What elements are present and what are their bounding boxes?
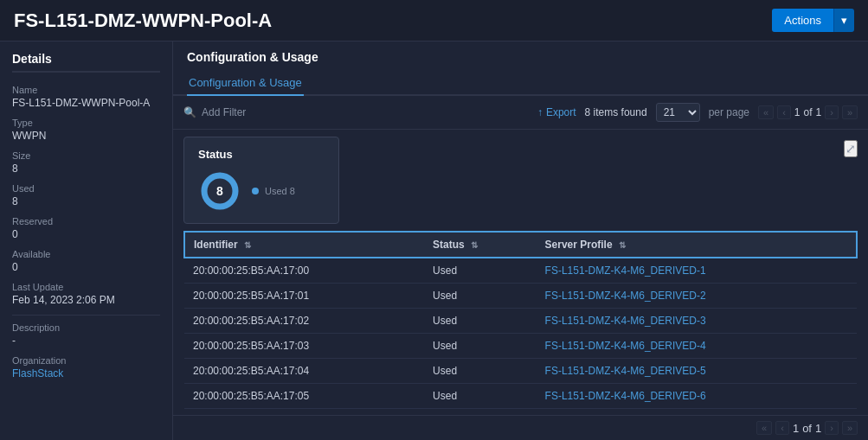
table-header-row: Identifier ⇅ Status ⇅ Server Profile ⇅ xyxy=(184,232,857,258)
pag-bottom-first-btn[interactable]: « xyxy=(756,421,772,435)
detail-value-2: 8 xyxy=(12,163,160,175)
content-title: Configuration & Usage xyxy=(187,50,854,64)
detail-row-5: Available0 xyxy=(12,249,160,273)
status-section: Status 8 Used 8 ⤢ xyxy=(173,130,868,231)
cell-status-2: Used xyxy=(424,309,537,334)
cell-server-profile-6[interactable]: FS-L151-DMZ-K4-M6_DERIVED-7 xyxy=(537,409,857,416)
table-row: 20:00:00:25:B5:AA:17:02UsedFS-L151-DMZ-K… xyxy=(184,309,857,334)
per-page-select[interactable]: 21 50 100 xyxy=(656,103,700,122)
detail-row-6: Last UpdateFeb 14, 2023 2:06 PM xyxy=(12,282,160,306)
cell-identifier-2: 20:00:00:25:B5:AA:17:02 xyxy=(184,309,424,334)
pag-last-btn[interactable]: » xyxy=(842,105,858,119)
filter-left: 🔍 xyxy=(183,106,323,118)
export-button[interactable]: ↑ Export xyxy=(537,106,576,118)
cell-status-5: Used xyxy=(424,384,537,409)
pagination-top: « ‹ 1 of 1 › » xyxy=(758,105,858,119)
sidebar-divider xyxy=(12,315,160,316)
detail-label-6: Last Update xyxy=(12,282,160,292)
table-row: 20:00:00:25:B5:AA:17:06UsedFS-L151-DMZ-K… xyxy=(184,409,857,416)
export-label: Export xyxy=(546,106,576,118)
donut-container: 8 Used 8 xyxy=(198,169,325,213)
actions-caret-button[interactable]: ▾ xyxy=(833,9,854,32)
detail-value-8[interactable]: FlashStack xyxy=(12,367,160,379)
actions-btn-group: Actions ▾ xyxy=(772,9,854,32)
detail-value-4: 0 xyxy=(12,228,160,240)
pag-bottom-next-btn[interactable]: › xyxy=(825,421,839,435)
detail-label-4: Reserved xyxy=(12,216,160,226)
main-layout: Details NameFS-L151-DMZ-WWPN-Pool-ATypeW… xyxy=(0,41,868,440)
table-body: 20:00:00:25:B5:AA:17:00UsedFS-L151-DMZ-K… xyxy=(184,258,857,415)
cell-status-0: Used xyxy=(424,258,537,284)
detail-label-0: Name xyxy=(12,85,160,95)
sort-icon-server-profile: ⇅ xyxy=(619,240,626,250)
legend-label: Used xyxy=(265,186,287,196)
sidebar-section-title: Details xyxy=(12,52,160,73)
table-row: 20:00:00:25:B5:AA:17:05UsedFS-L151-DMZ-K… xyxy=(184,384,857,409)
detail-value-5: 0 xyxy=(12,261,160,273)
tab-bar: Configuration & Usage xyxy=(187,71,854,94)
detail-value-6: Feb 14, 2023 2:06 PM xyxy=(12,294,160,306)
status-card-title: Status xyxy=(198,148,325,161)
cell-status-3: Used xyxy=(424,334,537,359)
detail-label-3: Used xyxy=(12,183,160,194)
actions-button[interactable]: Actions xyxy=(772,9,833,32)
detail-value-0: FS-L151-DMZ-WWPN-Pool-A xyxy=(12,97,160,109)
cell-server-profile-5[interactable]: FS-L151-DMZ-K4-M6_DERIVED-6 xyxy=(537,384,857,409)
detail-value-1: WWPN xyxy=(12,130,160,142)
col-server-profile: Server Profile ⇅ xyxy=(537,232,857,258)
cell-identifier-5: 20:00:00:25:B5:AA:17:05 xyxy=(184,384,424,409)
pag-of: of xyxy=(804,106,813,118)
detail-row-4: Reserved0 xyxy=(12,216,160,240)
pag-bottom-of: of xyxy=(802,422,812,435)
donut-legend: Used 8 xyxy=(252,186,295,196)
cell-identifier-3: 20:00:00:25:B5:AA:17:03 xyxy=(184,334,424,359)
cell-server-profile-4[interactable]: FS-L151-DMZ-K4-M6_DERIVED-5 xyxy=(537,359,857,384)
cell-server-profile-3[interactable]: FS-L151-DMZ-K4-M6_DERIVED-4 xyxy=(537,334,857,359)
cell-identifier-4: 20:00:00:25:B5:AA:17:04 xyxy=(184,359,424,384)
detail-row-7: Description- xyxy=(12,322,160,347)
table-row: 20:00:00:25:B5:AA:17:00UsedFS-L151-DMZ-K… xyxy=(184,258,857,284)
table-row: 20:00:00:25:B5:AA:17:04UsedFS-L151-DMZ-K… xyxy=(184,359,857,384)
expand-button[interactable]: ⤢ xyxy=(844,140,858,157)
pag-first-btn[interactable]: « xyxy=(758,105,774,119)
pag-total: 1 xyxy=(816,106,822,118)
detail-row-3: Used8 xyxy=(12,183,160,207)
donut-label: 8 xyxy=(216,184,223,198)
table-section: Identifier ⇅ Status ⇅ Server Profile ⇅ xyxy=(173,231,868,415)
pag-bottom-last-btn[interactable]: » xyxy=(842,421,858,435)
detail-value-7: - xyxy=(12,335,160,347)
table-row: 20:00:00:25:B5:AA:17:01UsedFS-L151-DMZ-K… xyxy=(184,284,857,309)
pag-prev-btn[interactable]: ‹ xyxy=(777,105,791,119)
pag-next-btn[interactable]: › xyxy=(825,105,839,119)
cell-server-profile-0[interactable]: FS-L151-DMZ-K4-M6_DERIVED-1 xyxy=(537,258,857,284)
cell-status-4: Used xyxy=(424,359,537,384)
cell-status-1: Used xyxy=(424,284,537,309)
cell-server-profile-1[interactable]: FS-L151-DMZ-K4-M6_DERIVED-2 xyxy=(537,284,857,309)
tab-configuration-usage[interactable]: Configuration & Usage xyxy=(187,71,304,96)
content-area: Configuration & Usage Configuration & Us… xyxy=(173,41,868,440)
cell-identifier-6: 20:00:00:25:B5:AA:17:06 xyxy=(184,409,424,416)
search-icon: 🔍 xyxy=(183,106,196,118)
filter-right: ↑ Export 8 items found 21 50 100 per pag… xyxy=(537,103,858,122)
top-header: FS-L151-DMZ-WWPN-Pool-A Actions ▾ xyxy=(0,0,868,41)
search-input[interactable] xyxy=(202,106,323,118)
col-status: Status ⇅ xyxy=(424,232,537,258)
items-found: 8 items found xyxy=(585,106,647,118)
cell-status-6: Used xyxy=(424,409,537,416)
sort-icon-identifier: ⇅ xyxy=(244,240,251,250)
status-card: Status 8 Used 8 xyxy=(183,137,339,224)
pag-current: 1 xyxy=(794,106,800,118)
filter-bar: 🔍 ↑ Export 8 items found 21 50 100 per p… xyxy=(173,96,868,130)
cell-server-profile-2[interactable]: FS-L151-DMZ-K4-M6_DERIVED-3 xyxy=(537,309,857,334)
cell-identifier-1: 20:00:00:25:B5:AA:17:01 xyxy=(184,284,424,309)
bottom-pagination: « ‹ 1 of 1 › » xyxy=(173,415,868,440)
main-table: Identifier ⇅ Status ⇅ Server Profile ⇅ xyxy=(183,231,858,415)
detail-label-1: Type xyxy=(12,118,160,128)
detail-row-8: OrganizationFlashStack xyxy=(12,355,160,379)
pag-bottom-prev-btn[interactable]: ‹ xyxy=(775,421,789,435)
pag-bottom-current: 1 xyxy=(793,422,799,435)
legend-value: 8 xyxy=(290,186,295,196)
legend-dot xyxy=(252,188,259,194)
detail-row-0: NameFS-L151-DMZ-WWPN-Pool-A xyxy=(12,85,160,109)
sidebar: Details NameFS-L151-DMZ-WWPN-Pool-ATypeW… xyxy=(0,41,173,440)
